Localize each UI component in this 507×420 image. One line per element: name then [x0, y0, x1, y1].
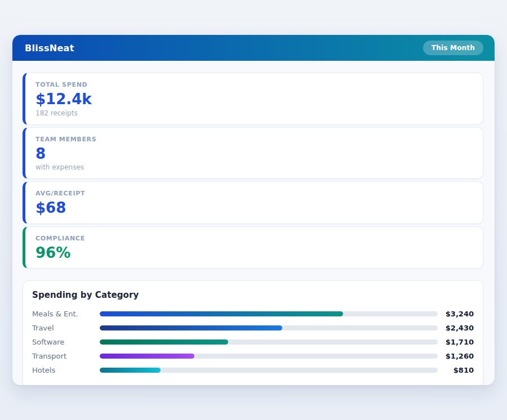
stat-subtitle: 182 receipts: [35, 109, 473, 117]
category-row: Software$1,710: [32, 335, 474, 349]
category-value: $1,710: [438, 338, 474, 346]
stat-label: COMPLIANCE: [35, 235, 473, 242]
stat-value: $68: [35, 200, 473, 216]
stat-value: 96%: [35, 245, 473, 261]
category-label: Software: [32, 338, 100, 346]
page-background: BlissNeat This Month TOTAL SPEND $12.4k …: [0, 0, 507, 420]
category-row: Transport$1,260: [32, 349, 474, 363]
dashboard-panel: BlissNeat This Month TOTAL SPEND $12.4k …: [12, 35, 495, 385]
bar-fill: [100, 339, 228, 345]
bar-track: [100, 325, 438, 330]
bar-fill: [100, 325, 282, 330]
category-row: Travel$2,430: [32, 321, 474, 335]
category-label: Travel: [32, 324, 100, 332]
stat-card-total-spend: TOTAL SPEND $12.4k 182 receipts: [23, 73, 483, 125]
stat-subtitle: with expenses: [35, 163, 473, 171]
category-label: Meals & Ent.: [32, 310, 100, 318]
bar-track: [100, 311, 438, 316]
stat-label: TEAM MEMBERS: [35, 136, 473, 143]
stats-section: TOTAL SPEND $12.4k 182 receipts TEAM MEM…: [23, 73, 483, 269]
stat-card-avg-receipt: AVG/RECEIPT $68: [23, 181, 483, 224]
category-row: Meals & Ent.$3,240: [32, 307, 474, 321]
bar-track: [100, 339, 438, 345]
stat-label: AVG/RECEIPT: [35, 190, 473, 197]
app-title: BlissNeat: [25, 43, 74, 53]
category-label: Transport: [32, 352, 100, 360]
bar-track: [100, 368, 438, 373]
chart-title: Spending by Category: [32, 290, 474, 300]
stat-value: $12.4k: [35, 91, 473, 108]
app-header: BlissNeat This Month: [12, 35, 495, 61]
category-bars: Meals & Ent.$3,240Travel$2,430Software$1…: [32, 307, 474, 377]
stat-label: TOTAL SPEND: [35, 81, 473, 88]
category-value: $2,430: [438, 324, 474, 332]
stat-card-team-members: TEAM MEMBERS 8 with expenses: [23, 127, 483, 180]
period-badge[interactable]: This Month: [423, 41, 483, 55]
stat-card-compliance: COMPLIANCE 96%: [23, 226, 483, 269]
bar-fill: [100, 368, 161, 373]
stat-value: 8: [35, 146, 473, 162]
bar-fill: [100, 311, 343, 316]
main-content: TOTAL SPEND $12.4k 182 receipts TEAM MEM…: [12, 61, 495, 385]
spending-by-category-card: Spending by Category Meals & Ent.$3,240T…: [23, 280, 483, 385]
bar-fill: [100, 354, 194, 359]
category-value: $3,240: [438, 310, 474, 318]
category-value: $1,260: [438, 352, 474, 360]
category-value: $810: [438, 366, 474, 374]
category-row: Hotels$810: [32, 363, 474, 377]
bar-track: [100, 354, 438, 359]
category-label: Hotels: [32, 366, 100, 374]
